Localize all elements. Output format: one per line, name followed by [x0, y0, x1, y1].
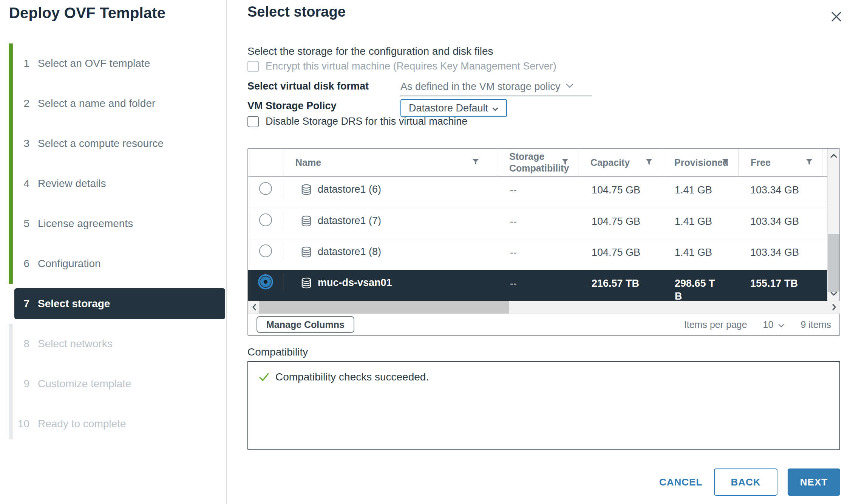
datastore-name: datastore1 (6)	[318, 183, 381, 208]
free-cell: 103.34 GB	[738, 239, 822, 270]
wizard-step[interactable]: 6 Configuration	[0, 244, 226, 284]
provisioned-cell: 1.41 GB	[662, 239, 738, 270]
step-number: 6	[0, 258, 29, 270]
vertical-scroll-thumb[interactable]	[828, 234, 839, 292]
wizard-step[interactable]: 3 Select a compute resource	[0, 124, 226, 164]
wizard-title: Deploy OVF Template	[9, 5, 165, 22]
storage-compatibility-cell: --	[497, 177, 578, 208]
free-cell: 103.34 GB	[738, 177, 822, 208]
column-header-storage-compatibility: Storage Compatibility	[497, 149, 578, 176]
action-bar: CANCEL BACK NEXT	[227, 468, 840, 496]
step-number: 2	[0, 97, 29, 110]
step-number: 1	[0, 57, 29, 70]
vm-storage-policy-select[interactable]: Datastore Default	[400, 99, 507, 117]
row-radio-button[interactable]	[258, 274, 273, 289]
column-header-free: Free	[738, 149, 822, 176]
datastore-icon	[300, 215, 312, 239]
datastore-icon	[300, 184, 312, 208]
filter-icon[interactable]	[805, 157, 813, 168]
compatibility-label: Compatibility	[247, 346, 308, 358]
vm-storage-policy-value: Datastore Default	[409, 102, 488, 114]
step-label: Review details	[38, 178, 106, 190]
compatibility-panel: Compatibility checks succeeded.	[247, 361, 840, 450]
capacity-cell: 104.75 GB	[578, 239, 662, 270]
chevron-down-icon	[778, 319, 785, 330]
wizard-step[interactable]: 2 Select a name and folder	[0, 83, 226, 124]
disable-drs-row: Disable Storage DRS for this virtual mac…	[247, 116, 467, 127]
column-header-capacity: Capacity	[578, 149, 662, 176]
scroll-down-icon[interactable]	[828, 289, 839, 298]
close-icon[interactable]	[828, 8, 845, 25]
datastore-icon	[300, 277, 312, 301]
disable-drs-checkbox[interactable]	[247, 116, 259, 127]
scroll-left-icon[interactable]	[249, 301, 260, 314]
items-per-page-select[interactable]: 10	[763, 319, 785, 330]
table-header: Name Storage Compatibility Capacity	[248, 149, 828, 177]
scroll-right-icon[interactable]	[829, 301, 839, 314]
chevron-down-icon	[492, 102, 499, 114]
filter-icon[interactable]	[561, 157, 569, 168]
encrypt-vm-checkbox[interactable]	[247, 61, 259, 72]
datastore-name: muc-ds-vsan01	[318, 276, 392, 301]
step-number: 9	[0, 378, 29, 390]
wizard-step: 8 Select networks	[0, 324, 226, 364]
step-number: 4	[0, 178, 29, 190]
datastore-name: datastore1 (7)	[318, 214, 381, 239]
datastore-name: datastore1 (8)	[318, 245, 381, 270]
column-header-name: Name	[283, 149, 497, 176]
step-label: Ready to complete	[38, 418, 126, 430]
datastore-row[interactable]: muc-ds-vsan01 -- 216.57 TB 298.65 TB 155…	[248, 270, 828, 301]
column-header-provisioned: Provisioned	[662, 149, 738, 176]
radio-column-header	[248, 149, 283, 176]
step-label: Select a compute resource	[38, 138, 164, 150]
capacity-cell: 104.75 GB	[578, 177, 662, 208]
row-radio-button[interactable]	[259, 244, 272, 257]
row-radio-button[interactable]	[259, 182, 272, 195]
vertical-scrollbar[interactable]	[827, 149, 839, 301]
step-label: Select storage	[38, 298, 110, 310]
datastore-row[interactable]: datastore1 (8) -- 104.75 GB 1.41 GB 103.…	[248, 239, 828, 270]
storage-compatibility-cell: --	[497, 270, 578, 301]
select-storage-pane: Select storage Select the storage for th…	[227, 0, 853, 504]
table-body: datastore1 (6) -- 104.75 GB 1.41 GB 103.…	[248, 177, 828, 301]
scroll-up-icon[interactable]	[828, 151, 839, 161]
free-cell: 103.34 GB	[738, 208, 822, 239]
horizontal-scroll-thumb[interactable]	[259, 301, 509, 314]
wizard-step[interactable]: 7 Select storage	[14, 288, 225, 319]
wizard-step[interactable]: 4 Review details	[0, 164, 226, 204]
chevron-down-icon	[566, 83, 574, 90]
wizard-step[interactable]: 1 Select an OVF template	[0, 43, 226, 83]
wizard-step[interactable]: 5 License agreements	[0, 204, 226, 244]
step-label: Select an OVF template	[38, 57, 150, 70]
storage-compatibility-cell: --	[497, 239, 578, 270]
next-button[interactable]: NEXT	[788, 468, 840, 496]
encrypt-vm-row: Encrypt this virtual machine (Requires K…	[247, 60, 556, 72]
cancel-button[interactable]: CANCEL	[659, 468, 702, 496]
provisioned-cell: 1.41 GB	[662, 177, 738, 208]
storage-intro-text: Select the storage for the configuration…	[247, 45, 493, 57]
filter-icon[interactable]	[472, 157, 479, 168]
pagination: Items per page 10 9 items	[684, 319, 831, 330]
filter-icon[interactable]	[722, 157, 729, 168]
step-number: 5	[0, 218, 29, 230]
back-button[interactable]: BACK	[714, 468, 777, 496]
filter-icon[interactable]	[645, 157, 653, 168]
compatibility-message: Compatibility checks succeeded.	[275, 371, 429, 383]
disk-format-label: Select virtual disk format	[247, 80, 369, 92]
datastore-table: Name Storage Compatibility Capacity	[247, 148, 840, 336]
datastore-row[interactable]: datastore1 (6) -- 104.75 GB 1.41 GB 103.…	[248, 177, 828, 208]
disk-format-value: As defined in the VM storage policy	[400, 81, 560, 93]
step-label: Configuration	[38, 258, 101, 270]
datastore-row[interactable]: datastore1 (7) -- 104.75 GB 1.41 GB 103.…	[248, 208, 828, 239]
disk-format-select[interactable]: As defined in the VM storage policy	[400, 77, 592, 96]
manage-columns-button[interactable]: Manage Columns	[257, 316, 354, 333]
page-title: Select storage	[247, 4, 346, 20]
items-per-page-value: 10	[763, 319, 774, 330]
wizard-steps: 1 Select an OVF template 2 Select a name…	[0, 43, 226, 444]
step-number: 7	[14, 298, 29, 310]
check-icon	[258, 371, 270, 383]
datastore-icon	[300, 246, 312, 270]
horizontal-scrollbar[interactable]	[248, 301, 840, 314]
row-radio-button[interactable]	[259, 213, 272, 226]
wizard-sidebar: Deploy OVF Template 1 Select an OVF temp…	[0, 0, 227, 504]
